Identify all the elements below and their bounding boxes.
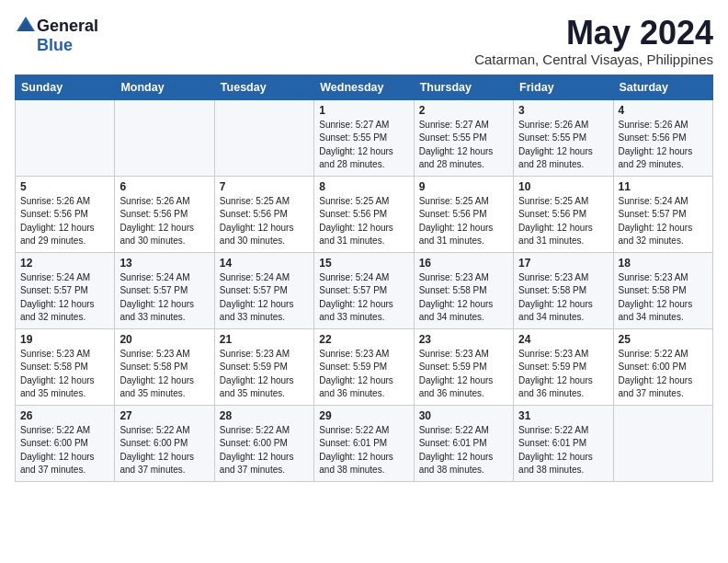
day-number: 2 bbox=[419, 104, 508, 117]
calendar-cell: 1Sunrise: 5:27 AM Sunset: 5:55 PM Daylig… bbox=[314, 99, 414, 176]
day-number: 31 bbox=[518, 409, 608, 422]
logo-text-blue: Blue bbox=[37, 37, 73, 53]
calendar-cell: 27Sunrise: 5:22 AM Sunset: 6:00 PM Dayli… bbox=[115, 405, 214, 481]
day-info: Sunrise: 5:23 AM Sunset: 5:58 PM Dayligh… bbox=[518, 271, 608, 325]
day-info: Sunrise: 5:24 AM Sunset: 5:57 PM Dayligh… bbox=[319, 271, 408, 325]
calendar-cell: 26Sunrise: 5:22 AM Sunset: 6:00 PM Dayli… bbox=[16, 405, 115, 481]
day-number: 29 bbox=[319, 409, 408, 422]
week-row-2: 5Sunrise: 5:26 AM Sunset: 5:56 PM Daylig… bbox=[16, 176, 713, 252]
day-number: 16 bbox=[419, 257, 508, 270]
day-info: Sunrise: 5:23 AM Sunset: 5:58 PM Dayligh… bbox=[119, 348, 209, 401]
day-info: Sunrise: 5:22 AM Sunset: 6:00 PM Dayligh… bbox=[619, 348, 708, 401]
title-block: May 2024 Catarman, Central Visayas, Phil… bbox=[474, 15, 713, 67]
day-number: 17 bbox=[518, 257, 608, 270]
day-info: Sunrise: 5:22 AM Sunset: 6:01 PM Dayligh… bbox=[518, 424, 608, 477]
day-number: 30 bbox=[419, 409, 508, 422]
weekday-header-row: SundayMondayTuesdayWednesdayThursdayFrid… bbox=[16, 75, 713, 99]
calendar-cell: 12Sunrise: 5:24 AM Sunset: 5:57 PM Dayli… bbox=[16, 252, 115, 328]
calendar-cell bbox=[115, 99, 214, 176]
day-number: 13 bbox=[119, 257, 209, 270]
day-info: Sunrise: 5:27 AM Sunset: 5:55 PM Dayligh… bbox=[419, 119, 508, 172]
calendar-cell: 14Sunrise: 5:24 AM Sunset: 5:57 PM Dayli… bbox=[214, 252, 313, 328]
weekday-header-sunday: Sunday bbox=[16, 75, 115, 99]
weekday-header-tuesday: Tuesday bbox=[214, 75, 313, 99]
calendar-cell: 15Sunrise: 5:24 AM Sunset: 5:57 PM Dayli… bbox=[314, 252, 414, 328]
calendar-cell: 31Sunrise: 5:22 AM Sunset: 6:01 PM Dayli… bbox=[514, 405, 613, 481]
day-info: Sunrise: 5:23 AM Sunset: 5:59 PM Dayligh… bbox=[319, 348, 408, 401]
calendar-cell bbox=[16, 99, 115, 176]
day-number: 8 bbox=[319, 180, 408, 193]
weekday-header-thursday: Thursday bbox=[414, 75, 513, 99]
day-info: Sunrise: 5:23 AM Sunset: 5:59 PM Dayligh… bbox=[518, 348, 608, 401]
day-info: Sunrise: 5:24 AM Sunset: 5:57 PM Dayligh… bbox=[619, 195, 708, 248]
day-info: Sunrise: 5:23 AM Sunset: 5:58 PM Dayligh… bbox=[419, 271, 508, 325]
day-info: Sunrise: 5:22 AM Sunset: 6:00 PM Dayligh… bbox=[119, 424, 209, 477]
day-info: Sunrise: 5:26 AM Sunset: 5:56 PM Dayligh… bbox=[20, 195, 109, 248]
weekday-header-friday: Friday bbox=[514, 75, 613, 99]
day-number: 1 bbox=[319, 104, 408, 117]
calendar-cell: 29Sunrise: 5:22 AM Sunset: 6:01 PM Dayli… bbox=[314, 405, 414, 481]
calendar-cell: 22Sunrise: 5:23 AM Sunset: 5:59 PM Dayli… bbox=[314, 328, 414, 405]
calendar-cell: 3Sunrise: 5:26 AM Sunset: 5:55 PM Daylig… bbox=[514, 99, 613, 176]
day-number: 28 bbox=[220, 409, 309, 422]
day-info: Sunrise: 5:26 AM Sunset: 5:56 PM Dayligh… bbox=[619, 119, 708, 172]
calendar-cell: 13Sunrise: 5:24 AM Sunset: 5:57 PM Dayli… bbox=[115, 252, 214, 328]
day-info: Sunrise: 5:25 AM Sunset: 5:56 PM Dayligh… bbox=[419, 195, 508, 248]
weekday-header-saturday: Saturday bbox=[613, 75, 712, 99]
week-row-1: 1Sunrise: 5:27 AM Sunset: 5:55 PM Daylig… bbox=[16, 99, 713, 176]
calendar-table: SundayMondayTuesdayWednesdayThursdayFrid… bbox=[15, 75, 713, 482]
day-number: 18 bbox=[619, 257, 708, 270]
calendar-cell: 25Sunrise: 5:22 AM Sunset: 6:00 PM Dayli… bbox=[613, 328, 712, 405]
day-info: Sunrise: 5:26 AM Sunset: 5:56 PM Dayligh… bbox=[119, 195, 209, 248]
day-number: 19 bbox=[20, 333, 109, 346]
calendar-cell bbox=[214, 99, 313, 176]
calendar-cell: 9Sunrise: 5:25 AM Sunset: 5:56 PM Daylig… bbox=[414, 176, 513, 252]
calendar-cell: 18Sunrise: 5:23 AM Sunset: 5:58 PM Dayli… bbox=[613, 252, 712, 328]
day-info: Sunrise: 5:27 AM Sunset: 5:55 PM Dayligh… bbox=[319, 119, 408, 172]
day-number: 24 bbox=[518, 333, 608, 346]
calendar-cell: 16Sunrise: 5:23 AM Sunset: 5:58 PM Dayli… bbox=[414, 252, 513, 328]
day-number: 23 bbox=[419, 333, 508, 346]
calendar-cell: 21Sunrise: 5:23 AM Sunset: 5:59 PM Dayli… bbox=[214, 328, 313, 405]
week-row-5: 26Sunrise: 5:22 AM Sunset: 6:00 PM Dayli… bbox=[16, 405, 713, 481]
month-title: May 2024 bbox=[474, 15, 713, 52]
day-number: 10 bbox=[518, 180, 608, 193]
day-number: 11 bbox=[619, 180, 708, 193]
day-number: 12 bbox=[20, 257, 109, 270]
calendar-cell: 5Sunrise: 5:26 AM Sunset: 5:56 PM Daylig… bbox=[16, 176, 115, 252]
calendar-cell: 10Sunrise: 5:25 AM Sunset: 5:56 PM Dayli… bbox=[514, 176, 613, 252]
location-title: Catarman, Central Visayas, Philippines bbox=[474, 52, 713, 67]
logo-text-general: General bbox=[37, 17, 98, 34]
day-number: 20 bbox=[119, 333, 209, 346]
day-info: Sunrise: 5:25 AM Sunset: 5:56 PM Dayligh… bbox=[319, 195, 408, 248]
day-number: 25 bbox=[619, 333, 708, 346]
day-number: 6 bbox=[119, 180, 209, 193]
day-info: Sunrise: 5:23 AM Sunset: 5:58 PM Dayligh… bbox=[619, 271, 708, 325]
calendar-cell: 28Sunrise: 5:22 AM Sunset: 6:00 PM Dayli… bbox=[214, 405, 313, 481]
calendar-cell: 2Sunrise: 5:27 AM Sunset: 5:55 PM Daylig… bbox=[414, 99, 513, 176]
day-info: Sunrise: 5:24 AM Sunset: 5:57 PM Dayligh… bbox=[220, 271, 309, 325]
day-info: Sunrise: 5:23 AM Sunset: 5:59 PM Dayligh… bbox=[220, 348, 309, 401]
calendar-cell: 19Sunrise: 5:23 AM Sunset: 5:58 PM Dayli… bbox=[16, 328, 115, 405]
day-info: Sunrise: 5:22 AM Sunset: 6:01 PM Dayligh… bbox=[319, 424, 408, 477]
calendar-cell: 17Sunrise: 5:23 AM Sunset: 5:58 PM Dayli… bbox=[514, 252, 613, 328]
day-number: 7 bbox=[220, 180, 309, 193]
week-row-3: 12Sunrise: 5:24 AM Sunset: 5:57 PM Dayli… bbox=[16, 252, 713, 328]
day-number: 21 bbox=[220, 333, 309, 346]
day-info: Sunrise: 5:24 AM Sunset: 5:57 PM Dayligh… bbox=[119, 271, 209, 325]
weekday-header-wednesday: Wednesday bbox=[314, 75, 414, 99]
day-number: 27 bbox=[119, 409, 209, 422]
day-number: 15 bbox=[319, 257, 408, 270]
calendar-cell: 11Sunrise: 5:24 AM Sunset: 5:57 PM Dayli… bbox=[613, 176, 712, 252]
day-info: Sunrise: 5:24 AM Sunset: 5:57 PM Dayligh… bbox=[20, 271, 109, 325]
day-number: 14 bbox=[220, 257, 309, 270]
calendar-cell: 24Sunrise: 5:23 AM Sunset: 5:59 PM Dayli… bbox=[514, 328, 613, 405]
calendar-cell: 23Sunrise: 5:23 AM Sunset: 5:59 PM Dayli… bbox=[414, 328, 513, 405]
day-info: Sunrise: 5:22 AM Sunset: 6:01 PM Dayligh… bbox=[419, 424, 508, 477]
day-info: Sunrise: 5:25 AM Sunset: 5:56 PM Dayligh… bbox=[518, 195, 608, 248]
calendar-cell: 30Sunrise: 5:22 AM Sunset: 6:01 PM Dayli… bbox=[414, 405, 513, 481]
week-row-4: 19Sunrise: 5:23 AM Sunset: 5:58 PM Dayli… bbox=[16, 328, 713, 405]
day-number: 3 bbox=[518, 104, 608, 117]
calendar-cell: 7Sunrise: 5:25 AM Sunset: 5:56 PM Daylig… bbox=[214, 176, 313, 252]
day-number: 9 bbox=[419, 180, 508, 193]
